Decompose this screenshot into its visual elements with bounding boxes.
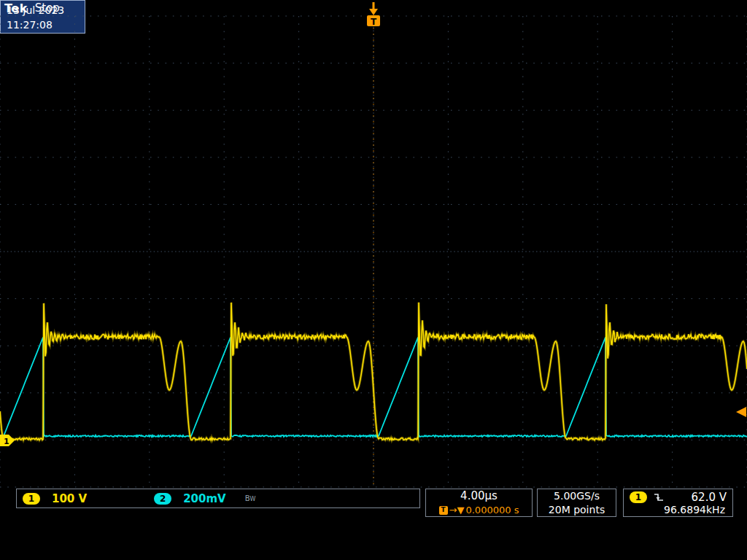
record-length: 20M points <box>538 503 616 517</box>
acquisition-readout-box: 5.00GS/s 20M points <box>537 489 616 517</box>
ch1-badge: 1 <box>23 493 40 505</box>
bandwidth-limit-icon: BW <box>245 494 256 502</box>
channel-readout-box: 1 100 V 2 200mV BW <box>16 489 420 508</box>
trigger-readout-box: 1 62.0 V 96.6894kHz <box>623 489 733 517</box>
trigger-position-marker: T <box>367 2 380 27</box>
tek-logo: Tek <box>4 1 28 15</box>
header-bar: Tek Stop <box>4 1 60 15</box>
trigger-arrow-glyph: →▼ <box>449 503 465 517</box>
trigger-frequency: 96.6894kHz <box>624 504 732 516</box>
acquisition-status: Stop <box>35 1 60 15</box>
trigger-source-badge: 1 <box>630 491 647 503</box>
trigger-level-arrow <box>736 407 746 417</box>
ch1-position-marker: 1 <box>0 435 15 446</box>
svg-text:1: 1 <box>4 437 9 446</box>
ch2-scale: 200mV <box>183 492 226 505</box>
ch1-scale: 100 V <box>52 492 87 505</box>
scope-display: 1 T <box>0 0 747 560</box>
trigger-t-icon: T <box>439 506 448 515</box>
trigger-level-value: 62.0 V <box>692 491 727 504</box>
trigger-position-readout: T →▼ 0.000000 s <box>426 503 532 517</box>
trigger-position-value: 0.000000 s <box>465 503 519 517</box>
falling-edge-icon <box>653 492 665 502</box>
timebase-scale: 4.00µs <box>426 489 532 503</box>
sample-rate: 5.00GS/s <box>538 489 616 503</box>
svg-text:T: T <box>371 17 377 27</box>
timebase-readout-box: 4.00µs T →▼ 0.000000 s <box>425 489 533 517</box>
ch2-badge: 2 <box>154 493 171 505</box>
